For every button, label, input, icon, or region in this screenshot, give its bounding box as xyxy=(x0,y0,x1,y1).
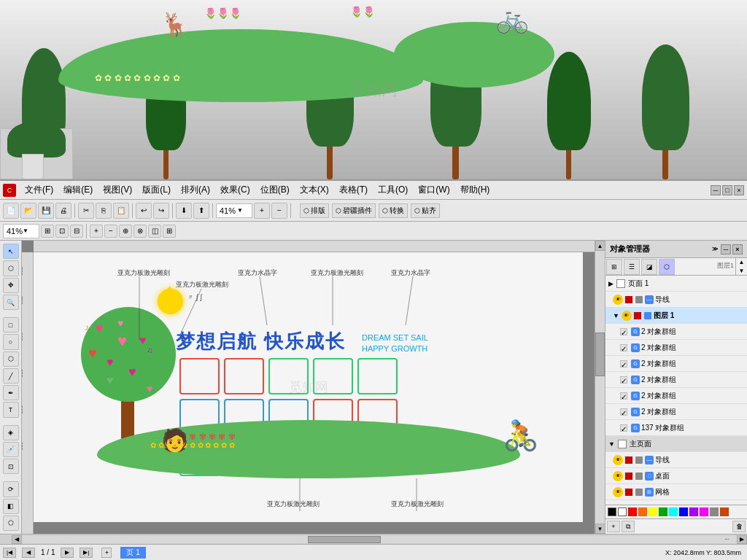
menu-file[interactable]: 文件(F) xyxy=(20,182,58,198)
lock-icon-2[interactable] xyxy=(634,312,641,319)
rect-tool[interactable]: □ xyxy=(3,317,19,332)
h-scroll-left[interactable]: ◀ xyxy=(12,535,22,544)
paste-btn[interactable]: 📋 xyxy=(113,203,129,219)
layer-child-3[interactable]: ✓ G 2 对象群组 xyxy=(605,356,747,372)
zoom-fit-btn[interactable]: ⊞ xyxy=(41,225,54,238)
print-btn[interactable]: 🖨 xyxy=(55,203,71,219)
fill-tool[interactable]: ◈ xyxy=(3,425,19,440)
canvas-area[interactable]: 850 1900 1950 2000 2050 2100 2150 2200 2… xyxy=(22,241,605,534)
checkbox-6[interactable]: ✓ xyxy=(620,408,627,416)
zoom-in2-btn[interactable]: + xyxy=(90,225,103,238)
color-red[interactable] xyxy=(628,508,637,516)
select-tool[interactable]: ↖ xyxy=(3,244,19,259)
checkbox-2[interactable]: ✓ xyxy=(620,344,627,351)
menu-effects[interactable]: 效果(C) xyxy=(216,182,255,198)
edit-icon-5[interactable] xyxy=(635,489,643,496)
plugin-btn[interactable]: ⬡ 碧疆插件 xyxy=(332,203,376,218)
last-page-btn[interactable]: ▶| xyxy=(80,548,93,558)
color-white[interactable] xyxy=(618,508,627,516)
master-page-visibility[interactable] xyxy=(618,440,627,448)
close-btn[interactable]: × xyxy=(734,185,744,195)
scroll-down-small[interactable]: ▼ xyxy=(736,267,747,276)
guide-layer[interactable]: 👁 — 导线 xyxy=(605,292,747,308)
color-green[interactable] xyxy=(659,508,667,516)
blend-tool[interactable]: ⟳ xyxy=(3,481,19,497)
checkbox-1[interactable]: ✓ xyxy=(620,328,627,335)
h-scrollbar[interactable]: ◀ ··· ▶ xyxy=(12,534,747,544)
master-guide-layer[interactable]: 👁 — 导线 xyxy=(605,452,747,468)
duplicate-layer-btn[interactable]: ⧉ xyxy=(622,521,635,532)
pen-tool[interactable]: ✒ xyxy=(3,385,19,400)
first-page-btn[interactable]: |◀ xyxy=(3,548,16,558)
save-btn[interactable]: 💾 xyxy=(38,203,54,219)
h-scroll-track[interactable]: ··· xyxy=(22,536,737,543)
shadow-tool[interactable]: ◧ xyxy=(3,499,19,514)
minimize-btn[interactable]: ─ xyxy=(711,185,721,195)
eye-icon-3[interactable]: 👁 xyxy=(613,455,623,465)
edit-icon-4[interactable] xyxy=(635,472,643,480)
add-layer-btn[interactable]: + xyxy=(607,521,620,532)
line-tool[interactable]: ╱ xyxy=(3,368,19,384)
zoom-dropdown[interactable]: 41% ▼ xyxy=(216,203,252,218)
copy-btn[interactable]: ⎘ xyxy=(96,203,112,219)
color-brown[interactable] xyxy=(720,508,729,516)
zoom-custom2[interactable]: ⊗ xyxy=(133,225,147,238)
checkbox-4[interactable]: ✓ xyxy=(620,376,627,384)
pan-tool[interactable]: ✥ xyxy=(3,278,19,293)
zoom-value-input[interactable]: 41% ▼ xyxy=(3,224,39,238)
panel-expand-btn[interactable]: ≫ xyxy=(711,244,719,254)
layer-child-6[interactable]: ✓ G 2 对象群组 xyxy=(605,404,747,420)
zoom-out-btn[interactable]: − xyxy=(271,203,287,219)
next-page-btn[interactable]: ▶ xyxy=(61,548,74,558)
scroll-down-btn[interactable]: ▼ xyxy=(595,524,605,534)
checkbox-3[interactable]: ✓ xyxy=(620,360,627,368)
color-blue[interactable] xyxy=(679,508,688,516)
edit-icon[interactable] xyxy=(635,296,643,303)
menu-tools[interactable]: 工具(O) xyxy=(374,182,412,198)
zoom-out2-btn[interactable]: − xyxy=(104,225,117,238)
zoom-custom4[interactable]: ⊞ xyxy=(163,225,176,238)
panel-tab-2[interactable]: ☰ xyxy=(624,259,640,275)
crop-tool[interactable]: ⊡ xyxy=(3,459,19,474)
import-btn[interactable]: ⬇ xyxy=(176,203,192,219)
panel-tab-1[interactable]: ⊞ xyxy=(606,259,622,275)
snap-btn[interactable]: ⬡ 贴齐 xyxy=(411,203,440,218)
scroll-thumb-v[interactable] xyxy=(595,332,605,376)
menu-text[interactable]: 文本(X) xyxy=(295,182,333,198)
edit-icon-3[interactable] xyxy=(635,456,643,464)
eye-icon[interactable]: 👁 xyxy=(613,295,623,305)
eye-icon-4[interactable]: 👁 xyxy=(613,471,623,481)
lock-icon-5[interactable] xyxy=(625,489,632,496)
zoom-100-btn[interactable]: ⊡ xyxy=(55,225,69,238)
color-black[interactable] xyxy=(608,508,616,516)
polygon-tool[interactable]: ⬡ xyxy=(3,351,19,367)
delete-layer-btn[interactable]: 🗑 xyxy=(732,521,746,532)
zoom-custom3[interactable]: ◫ xyxy=(148,225,161,238)
add-page-btn[interactable]: + xyxy=(101,548,112,558)
layer-child-5[interactable]: ✓ G 2 对象群组 xyxy=(605,388,747,404)
edit-icon-2[interactable] xyxy=(644,312,651,319)
page-label[interactable]: 页 1 xyxy=(120,547,145,559)
menu-help[interactable]: 帮助(H) xyxy=(456,182,495,198)
panel-close-btn[interactable]: × xyxy=(732,244,743,254)
node-tool[interactable]: ⬡ xyxy=(3,260,19,276)
lock-icon[interactable] xyxy=(625,296,632,303)
export-btn[interactable]: ⬆ xyxy=(193,203,209,219)
zoom-page-btn[interactable]: ⊟ xyxy=(70,225,83,238)
scroll-up-small[interactable]: ▲ xyxy=(736,258,747,267)
panel-min-btn[interactable]: ─ xyxy=(721,244,731,254)
paiban-btn[interactable]: ⬡ 排版 xyxy=(300,203,329,218)
desktop-layer[interactable]: 👁 □ 桌面 xyxy=(605,468,747,484)
layer-child-7[interactable]: ✓ G 137 对象群组 xyxy=(605,420,747,436)
menu-table[interactable]: 表格(T) xyxy=(335,182,372,198)
eye-icon-5[interactable]: 👁 xyxy=(613,487,623,497)
master-page-header[interactable]: ▼ 主页面 xyxy=(605,436,747,452)
vertical-scrollbar[interactable]: ▲ ▼ xyxy=(595,241,605,534)
maximize-btn[interactable]: □ xyxy=(722,185,732,195)
panel-tab-3[interactable]: ◪ xyxy=(641,259,657,275)
color-purple[interactable] xyxy=(689,508,698,516)
eye-icon-2[interactable]: 👁 xyxy=(622,311,632,321)
menu-layout[interactable]: 版面(L) xyxy=(138,182,175,198)
zoom-in-btn[interactable]: + xyxy=(254,203,270,219)
menu-arrange[interactable]: 排列(A) xyxy=(177,182,214,198)
